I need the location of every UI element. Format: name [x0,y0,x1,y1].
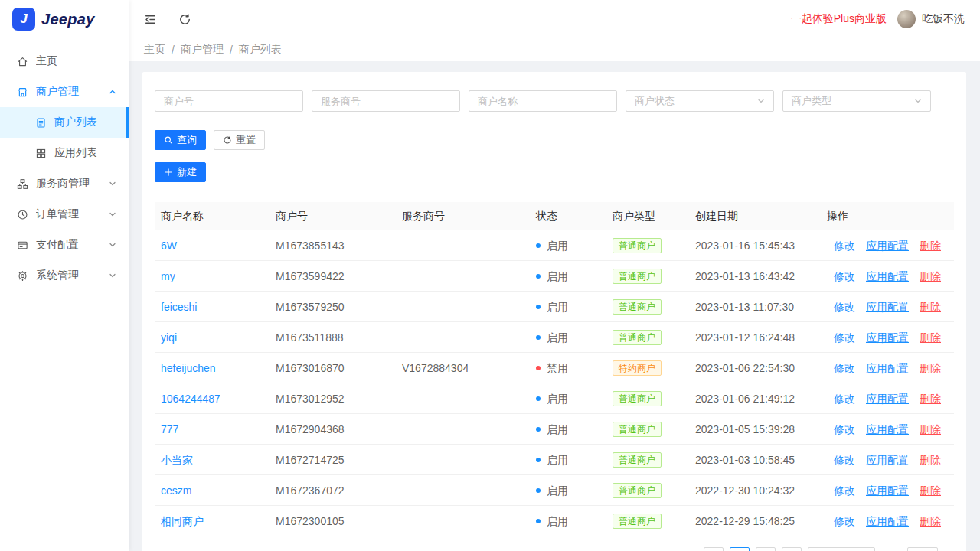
next-page-button[interactable] [782,547,802,551]
mch-name-input[interactable] [469,90,617,112]
sidebar-item-label: 主页 [36,54,116,68]
sidebar-item-order-mgmt[interactable]: 订单管理 [0,199,129,230]
sidebar-item-merchant-mgmt[interactable]: 商户管理 [0,77,129,107]
merchant-name-link[interactable]: 6W [161,240,177,252]
delete-link[interactable]: 删除 [920,423,941,435]
app-config-link[interactable]: 应用配置 [866,301,909,313]
search-button[interactable]: 查询 [155,130,206,150]
app-config-link[interactable]: 应用配置 [866,393,909,405]
cell-merchant-no: M1672367072 [270,475,396,506]
delete-link[interactable]: 删除 [920,240,941,252]
prev-page-button[interactable] [704,547,724,551]
table-row: 小当家M1672714725启用普通商户2023-01-03 10:58:45修… [155,445,954,475]
edit-link[interactable]: 修改 [834,301,855,313]
merchant-name-link[interactable]: feiceshi [161,301,197,313]
table-row: 777M1672904368启用普通商户2023-01-05 15:39:28修… [155,414,954,445]
cell-created-date: 2023-01-03 10:58:45 [689,445,821,475]
user-avatar[interactable] [897,10,916,28]
mch-type-select[interactable]: 商户类型 [782,90,931,112]
merchant-name-link[interactable]: 777 [161,423,178,435]
app-config-link[interactable]: 应用配置 [866,362,909,374]
merchant-name-link[interactable]: 小当家 [161,454,193,466]
cell-merchant-name: my [155,261,270,292]
delete-link[interactable]: 删除 [920,362,941,374]
edit-link[interactable]: 修改 [834,240,855,252]
table-row: yiqiM1673511888启用普通商户2023-01-12 16:24:48… [155,322,954,353]
sidebar-item-isv-mgmt[interactable]: 服务商管理 [0,168,129,199]
plus-promo-link[interactable]: 一起体验Plus商业版 [791,12,887,26]
edit-link[interactable]: 修改 [834,423,855,435]
chevron-down-icon [914,97,922,105]
page-button-2[interactable]: 2 [756,547,776,551]
merchant-name-link[interactable]: 相同商户 [161,515,204,527]
merchant-name-link[interactable]: 1064244487 [161,393,220,405]
app-config-link[interactable]: 应用配置 [866,331,909,344]
edit-link[interactable]: 修改 [834,270,855,282]
delete-link[interactable]: 删除 [920,270,941,282]
edit-link[interactable]: 修改 [834,484,855,497]
status-dot [536,243,541,248]
delete-link[interactable]: 删除 [920,301,941,313]
app-config-link[interactable]: 应用配置 [866,240,909,252]
edit-link[interactable]: 修改 [834,454,855,466]
cell-created-date: 2023-01-16 15:45:43 [689,230,821,261]
mch-no-input[interactable] [155,90,303,112]
username[interactable]: 吃饭不洗 [922,12,965,26]
chevron-down-icon [109,241,116,249]
delete-link[interactable]: 删除 [920,454,941,466]
page-jump-input[interactable] [907,547,938,551]
edit-link[interactable]: 修改 [834,393,855,405]
delete-link[interactable]: 删除 [920,515,941,527]
search-button-row: 查询 重置 [155,130,954,150]
table-row: 6WM1673855143启用普通商户2023-01-16 15:45:43修改… [155,230,954,261]
sidebar-item-merchant-list[interactable]: 商户列表 [0,107,129,138]
merchant-name-link[interactable]: yiqi [161,331,177,344]
cell-merchant-type: 普通商户 [606,445,689,475]
reset-button[interactable]: 重置 [214,130,265,150]
app-config-link[interactable]: 应用配置 [866,270,909,282]
merchant-name-link[interactable]: my [161,270,175,282]
cell-merchant-type: 普通商户 [606,506,689,536]
breadcrumb-home[interactable]: 主页 [144,43,165,57]
reload-icon[interactable] [178,13,191,26]
edit-link[interactable]: 修改 [834,331,855,344]
sidebar-item-home[interactable]: 主页 [0,46,129,77]
chevron-down-icon [757,97,765,105]
logo[interactable]: J Jeepay [0,0,129,38]
sidebar-item-app-list[interactable]: 应用列表 [0,138,129,168]
merchant-type-badge: 普通商户 [612,391,662,406]
isv-no-input[interactable] [312,90,460,112]
delete-link[interactable]: 删除 [920,484,941,497]
cell-merchant-name: 相同商户 [155,506,270,536]
delete-link[interactable]: 删除 [920,393,941,405]
cell-merchant-type: 特约商户 [606,353,689,383]
cell-actions: 修改应用配置删除 [821,322,954,353]
merchant-type-badge: 普通商户 [612,483,662,498]
table-body: 6WM1673855143启用普通商户2023-01-16 15:45:43修改… [155,230,954,536]
cell-status: 启用 [530,475,606,506]
app-config-link[interactable]: 应用配置 [866,423,909,435]
sidebar-item-system-mgmt[interactable]: 系统管理 [0,260,129,291]
merchant-type-badge: 普通商户 [612,514,662,529]
app-config-link[interactable]: 应用配置 [866,454,909,466]
edit-link[interactable]: 修改 [834,515,855,527]
create-button[interactable]: 新建 [155,162,206,182]
delete-link[interactable]: 删除 [920,331,941,344]
reset-icon [223,135,232,145]
cell-status: 启用 [530,506,606,536]
merchant-name-link[interactable]: hefeijuchen [161,362,216,374]
sidebar-item-pay-config[interactable]: 支付配置 [0,230,129,260]
app-config-link[interactable]: 应用配置 [866,484,909,497]
app-config-link[interactable]: 应用配置 [866,515,909,527]
menu-fold-icon[interactable] [144,13,157,26]
status-text: 启用 [547,484,568,497]
page-size-select[interactable]: 10 条/页 [808,547,875,551]
edit-link[interactable]: 修改 [834,362,855,374]
merchant-name-link[interactable]: ceszm [161,484,191,497]
page-button-1[interactable]: 1 [730,547,750,551]
breadcrumb-merchant-mgmt[interactable]: 商户管理 [181,43,224,57]
mch-state-select[interactable]: 商户状态 [626,90,774,112]
cell-merchant-name: hefeijuchen [155,353,270,383]
cell-isv-no [396,292,530,322]
cell-merchant-no: M1672904368 [270,414,396,445]
